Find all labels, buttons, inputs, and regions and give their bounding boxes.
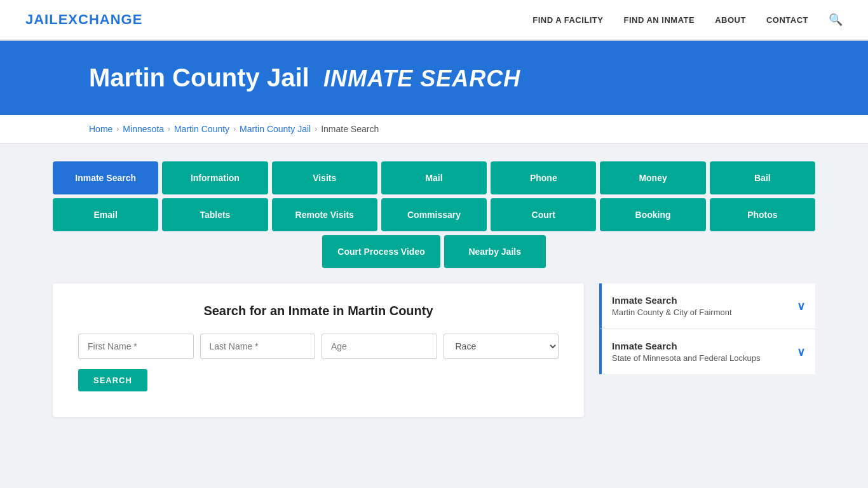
- btn-tablets[interactable]: Tablets: [162, 198, 268, 231]
- main-container: Inmate Search Information Visits Mail Ph…: [27, 144, 841, 435]
- btn-nearby-jails[interactable]: Nearby Jails: [444, 235, 546, 268]
- chevron-down-icon-1: ∨: [797, 299, 805, 313]
- breadcrumb-sep-3: ›: [233, 125, 236, 133]
- nav-find-facility[interactable]: FIND A FACILITY: [532, 14, 603, 25]
- breadcrumb-martin-county-jail[interactable]: Martin County Jail: [240, 124, 311, 134]
- search-button[interactable]: SEARCH: [78, 369, 147, 391]
- logo-jail: JAIL: [25, 11, 58, 27]
- nav-button-row1: Inmate Search Information Visits Mail Ph…: [53, 161, 815, 194]
- nav-links: FIND A FACILITY FIND AN INMATE ABOUT CON…: [532, 13, 843, 27]
- breadcrumb-martin-county[interactable]: Martin County: [174, 124, 229, 134]
- sidebar-item-minnesota[interactable]: Inmate Search State of Minnesota and Fed…: [599, 329, 815, 374]
- chevron-down-icon-2: ∨: [797, 345, 805, 359]
- btn-inmate-search[interactable]: Inmate Search: [53, 161, 158, 194]
- nav-find-inmate[interactable]: FIND AN INMATE: [623, 14, 695, 25]
- nav-contact[interactable]: CONTACT: [766, 14, 808, 25]
- btn-money[interactable]: Money: [600, 161, 705, 194]
- logo-exchange: EXCHANGE: [58, 11, 143, 27]
- site-logo[interactable]: JAILEXCHANGE: [25, 11, 142, 28]
- nav-search-icon[interactable]: 🔍: [829, 13, 843, 27]
- page-title: Martin County Jail INMATE SEARCH: [89, 64, 843, 92]
- sidebar-item-subtitle-2: State of Minnesota and Federal Lockups: [612, 353, 760, 363]
- page-subtitle-italic: INMATE SEARCH: [323, 65, 520, 92]
- sidebar-item-title-2: Inmate Search: [612, 341, 760, 351]
- breadcrumb: Home › Minnesota › Martin County › Marti…: [89, 124, 779, 134]
- sidebar-item-title-1: Inmate Search: [612, 295, 732, 306]
- breadcrumb-sep-4: ›: [315, 125, 317, 133]
- btn-court-process-video[interactable]: Court Process Video: [322, 235, 440, 268]
- search-fields: Race White Black Hispanic Asian Other: [78, 334, 559, 359]
- facility-name: Martin County Jail: [89, 64, 309, 92]
- search-panel: Search for an Inmate in Martin County Ra…: [53, 283, 584, 417]
- search-panel-title: Search for an Inmate in Martin County: [78, 304, 559, 318]
- sidebar: Inmate Search Martin County & City of Fa…: [599, 283, 815, 374]
- btn-remote-visits[interactable]: Remote Visits: [272, 198, 377, 231]
- breadcrumb-minnesota[interactable]: Minnesota: [123, 124, 164, 134]
- btn-information[interactable]: Information: [162, 161, 268, 194]
- breadcrumb-sep-1: ›: [116, 125, 119, 133]
- content-row: Search for an Inmate in Martin County Ra…: [53, 283, 815, 417]
- btn-commissary[interactable]: Commissary: [381, 198, 487, 231]
- sidebar-item-subtitle-1: Martin County & City of Fairmont: [612, 308, 732, 317]
- age-input[interactable]: [322, 334, 437, 359]
- breadcrumb-sep-2: ›: [168, 125, 170, 133]
- breadcrumb-current: Inmate Search: [321, 124, 379, 134]
- sidebar-item-text-1: Inmate Search Martin County & City of Fa…: [612, 295, 732, 317]
- last-name-input[interactable]: [200, 334, 316, 359]
- btn-email[interactable]: Email: [53, 198, 158, 231]
- btn-booking[interactable]: Booking: [600, 198, 705, 231]
- btn-photos[interactable]: Photos: [710, 198, 815, 231]
- btn-court[interactable]: Court: [491, 198, 596, 231]
- breadcrumb-home[interactable]: Home: [89, 124, 112, 134]
- sidebar-item-text-2: Inmate Search State of Minnesota and Fed…: [612, 341, 760, 363]
- first-name-input[interactable]: [78, 334, 194, 359]
- btn-bail[interactable]: Bail: [710, 161, 815, 194]
- nav-button-row2: Email Tablets Remote Visits Commissary C…: [53, 198, 815, 231]
- btn-phone[interactable]: Phone: [491, 161, 596, 194]
- nav-about[interactable]: ABOUT: [715, 14, 746, 25]
- hero-section: Martin County Jail INMATE SEARCH: [0, 41, 868, 115]
- btn-mail[interactable]: Mail: [381, 161, 487, 194]
- breadcrumb-bar: Home › Minnesota › Martin County › Marti…: [0, 115, 868, 144]
- sidebar-item-martin-county[interactable]: Inmate Search Martin County & City of Fa…: [599, 283, 815, 329]
- race-select[interactable]: Race White Black Hispanic Asian Other: [444, 334, 559, 359]
- nav-button-row3: Court Process Video Nearby Jails: [53, 235, 815, 268]
- navbar: JAILEXCHANGE FIND A FACILITY FIND AN INM…: [0, 0, 868, 41]
- btn-visits[interactable]: Visits: [272, 161, 377, 194]
